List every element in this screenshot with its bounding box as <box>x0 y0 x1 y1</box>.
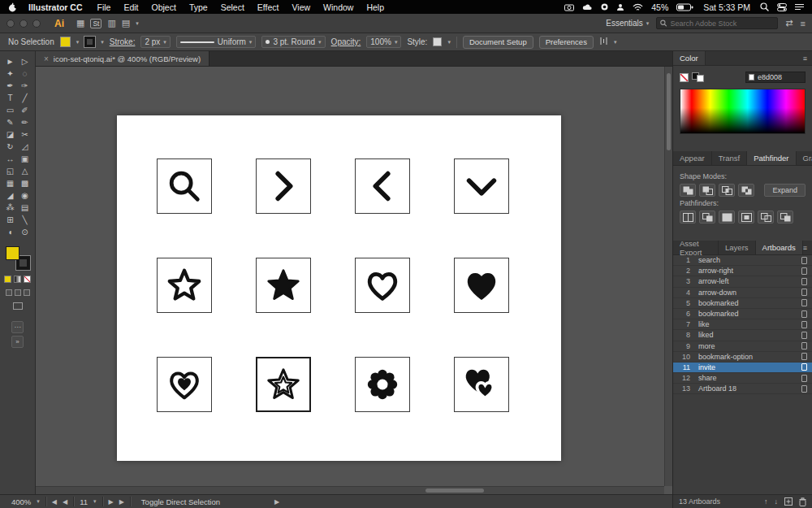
gpu-performance-icon[interactable]: ⇄ <box>785 18 793 28</box>
arrange-documents-icon[interactable]: ▥ <box>107 18 115 28</box>
chevron-down-icon[interactable]: ▾ <box>93 498 97 505</box>
artboard-name[interactable]: invite <box>698 363 715 371</box>
chevron-down-icon[interactable]: ▾ <box>37 498 40 505</box>
artboard-cell-heart-outline[interactable] <box>355 258 410 313</box>
artboard-cell-star-filled[interactable] <box>256 258 311 313</box>
expand-button[interactable]: Expand <box>764 184 806 197</box>
artboard-name[interactable]: arrow-down <box>698 289 736 297</box>
last-artboard-button[interactable]: ▶ <box>119 498 124 506</box>
artboard-name[interactable]: Artboard 18 <box>698 384 736 393</box>
tab-appearance[interactable]: Appear <box>673 151 712 165</box>
slice-tool[interactable]: ╲ <box>18 214 32 226</box>
first-artboard-button[interactable]: ◀ <box>52 498 57 506</box>
fill-color-swatch[interactable] <box>60 37 71 47</box>
artboard-row[interactable]: 12share <box>673 373 812 384</box>
menu-select[interactable]: Select <box>214 2 251 12</box>
scale-tool[interactable]: ◿ <box>18 141 32 153</box>
black-white-swatches[interactable] <box>692 72 704 82</box>
align-options-icon[interactable] <box>599 37 608 47</box>
page-icon[interactable] <box>801 342 807 350</box>
shaper-tool[interactable]: ✏ <box>18 116 32 128</box>
artboard-name[interactable]: like <box>698 320 710 328</box>
opacity-link[interactable]: Opacity: <box>331 37 361 46</box>
horizontal-scroll-thumb[interactable] <box>425 488 484 493</box>
move-up-icon[interactable]: ↑ <box>764 497 768 506</box>
delete-artboard-icon[interactable] <box>799 497 806 506</box>
current-artboard-number[interactable]: 11 <box>80 497 88 506</box>
none-mode-button[interactable] <box>24 276 31 283</box>
notification-list-icon[interactable] <box>795 3 804 11</box>
artboard-name[interactable]: arrow-right <box>698 267 733 275</box>
opacity-dropdown[interactable]: 100% ▾ <box>366 36 401 48</box>
artboard-cell-double-heart[interactable] <box>454 357 509 412</box>
menu-edit[interactable]: Edit <box>117 2 145 12</box>
close-icon[interactable]: × <box>44 54 49 63</box>
fill-stroke-indicator[interactable] <box>6 246 30 270</box>
artboard-row[interactable]: 13Artboard 18 <box>673 384 812 394</box>
hex-field[interactable] <box>745 72 806 83</box>
paintbrush-tool[interactable]: ✐ <box>18 104 32 116</box>
graphic-style-swatch[interactable] <box>433 37 442 46</box>
white-swatch[interactable] <box>697 75 704 82</box>
workspace-switcher[interactable]: Essentials ▾ <box>606 19 649 28</box>
trim-button[interactable] <box>699 211 715 224</box>
pen-tool[interactable]: ✒ <box>3 80 18 92</box>
collapse-toolbar-button[interactable]: » <box>11 336 24 348</box>
unite-button[interactable] <box>680 184 696 197</box>
draw-behind-button[interactable] <box>15 289 21 296</box>
shape-builder-tool[interactable]: ◱ <box>3 165 18 177</box>
document-setup-button[interactable]: Document Setup <box>463 36 533 49</box>
merge-button[interactable] <box>719 211 735 224</box>
rectangle-tool[interactable]: ▭ <box>3 104 18 116</box>
page-icon[interactable] <box>801 257 807 264</box>
artboard-cell-star-in-star[interactable] <box>256 357 311 412</box>
artboard-row[interactable]: 10bookmark-option <box>673 352 812 363</box>
adobe-stock-icon[interactable]: St <box>90 19 102 28</box>
eyedropper-tool[interactable]: ◢ <box>3 189 18 202</box>
menu-help[interactable]: Help <box>360 2 391 12</box>
gradient-mode-button[interactable] <box>14 276 21 283</box>
stock-search-field[interactable] <box>656 17 778 29</box>
tab-artboards[interactable]: Artboards <box>756 241 803 254</box>
user-status-icon[interactable] <box>616 3 624 11</box>
artboard-row[interactable]: 7like <box>673 319 812 330</box>
artboard-name[interactable]: share <box>698 374 717 382</box>
stroke-link[interactable]: Stroke: <box>110 37 136 46</box>
artboard-cell-arrow-down[interactable] <box>454 158 509 214</box>
outline-button[interactable] <box>758 211 774 224</box>
gradient-tool[interactable]: ▩ <box>18 177 32 189</box>
menu-effect[interactable]: Effect <box>251 2 286 12</box>
symbol-sprayer-tool[interactable]: ⁂ <box>3 202 18 214</box>
artboard-row[interactable]: 8liked <box>673 330 812 341</box>
status-menu-arrow-icon[interactable]: ▶ <box>274 498 279 506</box>
artboard-cell-arrow-right[interactable] <box>256 158 311 214</box>
line-segment-tool[interactable]: ╱ <box>18 92 32 104</box>
tab-graphic-styles[interactable]: Graphi <box>797 151 812 165</box>
artboard-name[interactable]: bookmarked <box>698 310 739 318</box>
magic-wand-tool[interactable]: ✦ <box>3 67 18 80</box>
page-icon[interactable] <box>801 267 807 275</box>
artboard-name[interactable]: arrow-left <box>698 277 729 285</box>
scissors-tool[interactable]: ✂ <box>18 128 32 141</box>
horizontal-scrollbar[interactable] <box>36 486 664 494</box>
draw-normal-button[interactable] <box>6 289 12 296</box>
color-spectrum[interactable] <box>680 89 806 134</box>
page-icon[interactable] <box>801 332 807 339</box>
page-icon[interactable] <box>801 321 807 328</box>
control-center-icon[interactable] <box>777 3 787 11</box>
edit-toolbar-button[interactable]: ⋯ <box>11 321 24 333</box>
lasso-tool[interactable]: ◌ <box>18 67 32 80</box>
exclude-button[interactable] <box>738 184 754 197</box>
artboard-row[interactable]: 5bookmarked <box>673 298 812 309</box>
intersect-button[interactable] <box>719 184 735 197</box>
artboard-cell-heart-filled[interactable] <box>454 258 509 313</box>
window-zoom-button[interactable] <box>32 20 41 28</box>
artboard-row[interactable]: 3arrow-left <box>673 276 812 287</box>
page-icon[interactable] <box>801 375 807 382</box>
crop-button[interactable] <box>738 211 754 224</box>
stroke-color-swatch[interactable] <box>84 37 95 47</box>
wifi-icon[interactable] <box>633 3 643 11</box>
hand-tool[interactable]: ◖ <box>3 226 18 238</box>
type-tool[interactable]: T <box>3 92 18 104</box>
page-icon[interactable] <box>801 363 807 371</box>
